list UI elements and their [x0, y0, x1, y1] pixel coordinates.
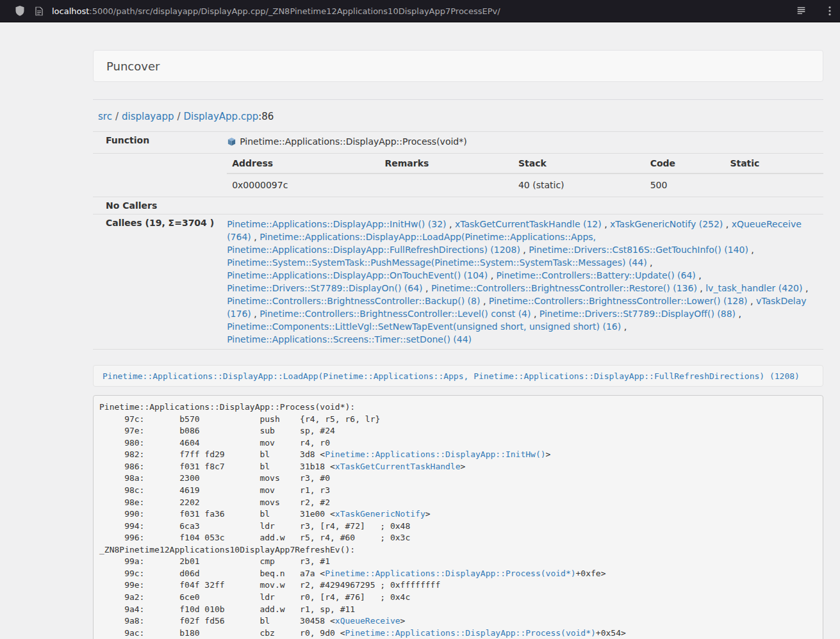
function-detail-table: Address Remarks Stack Code Static 0x0000…	[227, 154, 823, 195]
col-header-code: Code	[645, 154, 725, 174]
callee-link[interactable]: lv_task_handler (420)	[705, 283, 802, 293]
code-symbol-link[interactable]: Pinetime::Applications::DisplayApp::Init…	[325, 449, 545, 459]
function-table: Function Pinetime::Applications::Display…	[93, 131, 823, 350]
callee-link[interactable]: Pinetime::Applications::DisplayApp::Init…	[227, 219, 446, 229]
no-callers-row: No Callers	[93, 197, 823, 214]
breadcrumb-link-displayapp[interactable]: displayapp	[122, 111, 174, 122]
function-name: Pinetime::Applications::DisplayApp::Proc…	[240, 136, 467, 147]
breadcrumb-link-src[interactable]: src	[98, 111, 112, 122]
callee-link[interactable]: Pinetime::Controllers::BrightnessControl…	[431, 283, 697, 293]
detail-data-row: 0x0000097c 40 (static) 500	[227, 174, 823, 195]
function-detail-row: Address Remarks Stack Code Static 0x0000…	[93, 154, 823, 197]
code-symbol-link[interactable]: xTaskGetCurrentTaskHandle	[335, 462, 461, 471]
url-host: localhost	[52, 6, 89, 16]
cell-stack: 40 (static)	[513, 174, 645, 195]
code-symbol-link[interactable]: xQueueReceive	[335, 616, 400, 626]
code-symbol-link[interactable]: xTaskGenericNotify	[335, 509, 425, 519]
cell-address: 0x0000097c	[227, 174, 379, 195]
callee-link[interactable]: Pinetime::Applications::DisplayApp::OnTo…	[227, 270, 488, 280]
breadcrumb-separator: /	[115, 111, 119, 122]
callee-link[interactable]: Pinetime::Controllers::BrightnessControl…	[259, 309, 531, 319]
breadcrumb-line-number: :86	[258, 111, 274, 122]
callee-link[interactable]: xTaskGetCurrentTaskHandle (12)	[455, 219, 602, 229]
divider	[93, 99, 823, 100]
highlighted-callee: Pinetime::Applications::DisplayApp::Load…	[93, 365, 823, 387]
callee-link[interactable]: Pinetime::Controllers::Battery::Update()…	[497, 270, 696, 280]
callee-link[interactable]: Pinetime::Applications::Screens::Timer::…	[227, 334, 472, 344]
callees-list: Pinetime::Applications::DisplayApp::Init…	[219, 214, 823, 350]
breadcrumb-separator: /	[177, 111, 180, 122]
breadcrumb: src/displayapp/DisplayApp.cpp:86	[93, 111, 823, 122]
callee-link[interactable]: Pinetime::Drivers::Cst816S::GetTouchInfo…	[529, 245, 748, 255]
breadcrumb-link-file[interactable]: DisplayApp.cpp	[184, 111, 259, 122]
cell-static	[725, 174, 823, 195]
url-path: :5000/path/src/displayapp/DisplayApp.cpp…	[89, 6, 500, 16]
callee-link[interactable]: Pinetime::Controllers::BrightnessControl…	[227, 296, 480, 306]
callee-link[interactable]: Pinetime::Controllers::BrightnessControl…	[489, 296, 748, 306]
col-header-static: Static	[725, 154, 823, 174]
page-info-icon	[35, 6, 43, 15]
page-container: Puncover src/displayapp/DisplayApp.cpp:8…	[93, 50, 823, 639]
navbar: Puncover	[93, 50, 823, 82]
brand-link[interactable]: Puncover	[106, 60, 160, 73]
no-callers-label: No Callers	[93, 197, 219, 214]
callee-link[interactable]: Pinetime::Components::LittleVgl::SetNewT…	[227, 321, 621, 332]
shield-icon[interactable]	[15, 6, 24, 16]
col-header-remarks: Remarks	[379, 154, 513, 174]
reader-mode-icon[interactable]	[797, 7, 805, 15]
callee-link[interactable]: Pinetime::System::SystemTask::PushMessag…	[227, 257, 647, 268]
cell-remarks	[379, 174, 513, 195]
function-row-label: Function	[93, 132, 219, 154]
callees-label: Callees (19, Σ=3704 )	[93, 214, 219, 350]
function-row: Function Pinetime::Applications::Display…	[93, 132, 823, 154]
callee-link[interactable]: Pinetime::Drivers::St7789::DisplayOff() …	[539, 309, 736, 319]
browser-toolbar: localhost:5000/path/src/displayapp/Displ…	[0, 0, 840, 22]
col-header-stack: Stack	[513, 154, 645, 174]
cell-code: 500	[645, 174, 725, 195]
disassembly: Pinetime::Applications::DisplayApp::Proc…	[93, 395, 823, 639]
code-symbol-link[interactable]: Pinetime::Applications::DisplayApp::Proc…	[345, 628, 596, 638]
col-header-address: Address	[227, 154, 379, 174]
function-symbol-icon	[227, 137, 236, 150]
highlighted-callee-link[interactable]: Pinetime::Applications::DisplayApp::Load…	[103, 371, 800, 381]
url-bar[interactable]: localhost:5000/path/src/displayapp/Displ…	[35, 6, 500, 16]
callees-row: Callees (19, Σ=3704 ) Pinetime::Applicat…	[93, 214, 823, 350]
callee-link[interactable]: xTaskGenericNotify (252)	[610, 219, 723, 229]
code-symbol-link[interactable]: Pinetime::Applications::DisplayApp::Proc…	[325, 569, 575, 578]
callee-link[interactable]: Pinetime::Drivers::St7789::DisplayOn() (…	[227, 283, 422, 293]
kebab-menu-icon[interactable]	[828, 6, 831, 16]
